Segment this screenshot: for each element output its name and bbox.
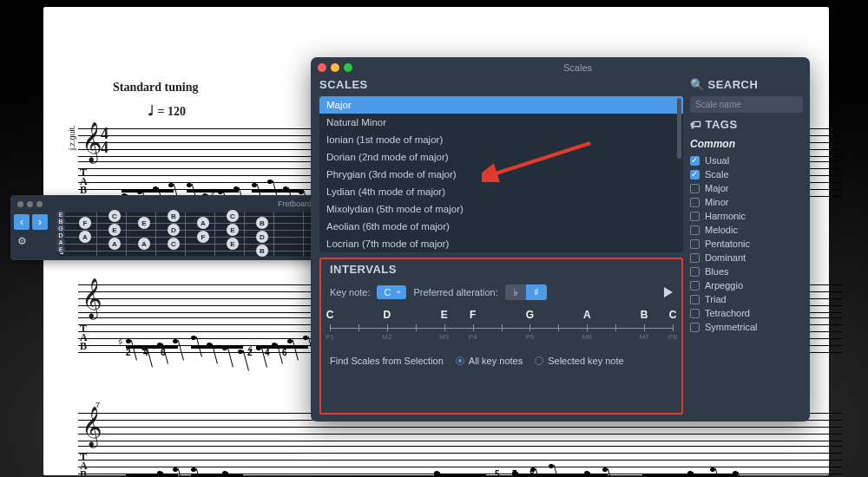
interval-note: B (641, 309, 648, 321)
close-icon[interactable] (318, 63, 326, 72)
checkbox-icon[interactable] (690, 309, 700, 318)
fretboard-panel[interactable]: Fretboard ‹ › ⚙ EBGDAEFACEEADBFACEBDACEB (10, 195, 319, 260)
tag-item[interactable]: Usual (690, 154, 803, 167)
search-header: 🔍SEARCH (690, 78, 803, 91)
tag-item[interactable]: Major (690, 181, 803, 195)
tag-item[interactable]: Symmetrical (690, 320, 803, 334)
interval-degree: M2 (382, 333, 391, 341)
sharp-option[interactable]: ♯ (526, 284, 547, 300)
checkbox-icon[interactable] (690, 281, 700, 291)
checkbox-icon[interactable] (690, 295, 700, 304)
fret-marker[interactable]: A (138, 238, 150, 250)
bar-number: 7 (95, 401, 100, 409)
checkbox-icon[interactable] (690, 198, 700, 207)
interval-degree: M3 (439, 333, 449, 341)
intervals-panel: INTERVALS Key note: C Preferred alterati… (319, 258, 683, 415)
checkbox-icon[interactable] (690, 239, 700, 249)
fret-marker[interactable]: A (79, 231, 91, 243)
tag-item[interactable]: Melodic (690, 223, 803, 237)
checkbox-icon[interactable] (690, 170, 700, 180)
tag-item[interactable]: Harmonic (690, 209, 803, 223)
fretboard-next-button[interactable]: › (32, 214, 48, 230)
scale-item[interactable]: Natural Minor (319, 114, 683, 131)
checkbox-icon[interactable] (690, 156, 700, 166)
checkbox-icon[interactable] (690, 225, 700, 235)
pref-alt-label: Preferred alteration: (413, 287, 497, 297)
window-controls[interactable] (318, 63, 352, 72)
checkbox-icon[interactable] (690, 184, 700, 193)
search-input[interactable]: Scale name (690, 96, 803, 113)
scale-item[interactable]: Phrygian (3rd mode of major) (319, 166, 683, 183)
scales-dialog[interactable]: Scales SCALES MajorNatural MinorIonian (… (311, 57, 810, 421)
search-icon: 🔍 (690, 78, 705, 91)
tag-list[interactable]: Common UsualScaleMajorMinorHarmonicMelod… (690, 136, 803, 415)
minimize-icon[interactable] (331, 63, 339, 72)
checkbox-icon[interactable] (690, 253, 700, 263)
radio-selected-keynote[interactable]: Selected key note (535, 356, 623, 366)
scale-item[interactable]: Locrian (7th mode of major) (319, 235, 683, 252)
fret-marker[interactable]: F (197, 231, 209, 243)
fretboard-diagram[interactable]: EBGDAEFACEEADBFACEBDACEB (58, 212, 314, 256)
interval-ruler: CP1DM2EM3FP4GP5AM6BM7CP8 (330, 309, 673, 347)
play-icon[interactable] (664, 287, 673, 297)
fret-marker[interactable]: E (108, 224, 121, 236)
fret-marker[interactable]: D (256, 231, 268, 243)
gear-icon[interactable]: ⚙ (14, 233, 30, 249)
scale-item[interactable]: Ionian (1st mode of major) (319, 131, 683, 148)
fret-marker[interactable]: D (168, 224, 180, 236)
radio-all-keynotes[interactable]: All key notes (456, 356, 523, 366)
scale-list[interactable]: MajorNatural MinorIonian (1st mode of ma… (319, 96, 683, 252)
intervals-header: INTERVALS (330, 263, 673, 276)
scale-item[interactable]: Lydian (4th mode of major) (319, 183, 683, 200)
window-controls[interactable] (17, 201, 43, 207)
interval-degree: P4 (469, 333, 477, 341)
tuning-label: Standard tuning (113, 81, 198, 95)
fretboard-title: Fretboard (278, 199, 312, 208)
tag-item[interactable]: Dominant (690, 251, 803, 265)
alteration-toggle[interactable]: ♭ ♯ (505, 284, 547, 300)
zoom-icon[interactable] (344, 63, 352, 72)
scale-item[interactable]: Dorian (2nd mode of major) (319, 148, 683, 166)
tag-item[interactable]: Scale (690, 167, 803, 181)
interval-note: E (441, 309, 448, 321)
interval-degree: M6 (582, 333, 592, 341)
tag-item[interactable]: Blues (690, 265, 803, 278)
fret-marker[interactable]: F (79, 217, 91, 229)
tag-item[interactable]: Tetrachord (690, 306, 803, 320)
track-label: j.z.guit. (68, 125, 76, 150)
dialog-titlebar[interactable]: Scales (311, 57, 810, 78)
tempo-marking: ♩ = 120 (148, 102, 186, 119)
checkbox-icon[interactable] (690, 323, 700, 332)
checkbox-icon[interactable] (690, 267, 700, 277)
flat-option[interactable]: ♭ (505, 284, 526, 300)
scale-item[interactable]: Aeolian (6th mode of major) (319, 218, 683, 235)
fretboard-titlebar[interactable]: Fretboard (17, 199, 312, 209)
fret-marker[interactable]: A (108, 238, 121, 250)
tag-item[interactable]: Arpeggio (690, 278, 803, 292)
fret-marker[interactable]: E (138, 217, 150, 229)
interval-note: F (470, 309, 476, 321)
fret-marker[interactable]: B (256, 217, 268, 229)
tag-item[interactable]: Pentatonic (690, 237, 803, 251)
scrollbar[interactable] (677, 98, 681, 159)
scale-item[interactable]: Mixolydian (5th mode of major) (319, 200, 683, 218)
fret-marker[interactable]: A (197, 217, 209, 229)
key-note-select[interactable]: C (377, 285, 406, 299)
fret-marker[interactable]: E (227, 224, 239, 236)
checkbox-icon[interactable] (690, 212, 700, 221)
fret-marker[interactable]: B (168, 210, 180, 222)
interval-note: C (326, 309, 334, 321)
fret-marker[interactable]: C (108, 210, 121, 222)
key-note-label: Key note: (330, 287, 370, 297)
fret-marker[interactable]: C (227, 210, 239, 222)
tag-icon: 🏷 (690, 118, 702, 131)
tag-item[interactable]: Triad (690, 292, 803, 306)
fret-marker[interactable]: C (168, 238, 180, 250)
scale-item[interactable]: Major (319, 96, 683, 114)
fretboard-prev-button[interactable]: ‹ (14, 214, 30, 230)
find-scales-label[interactable]: Find Scales from Selection (330, 356, 444, 366)
fret-marker[interactable]: E (227, 238, 239, 250)
tag-item[interactable]: Minor (690, 195, 803, 209)
interval-degree: M7 (640, 333, 649, 341)
fret-marker[interactable]: B (256, 245, 268, 257)
